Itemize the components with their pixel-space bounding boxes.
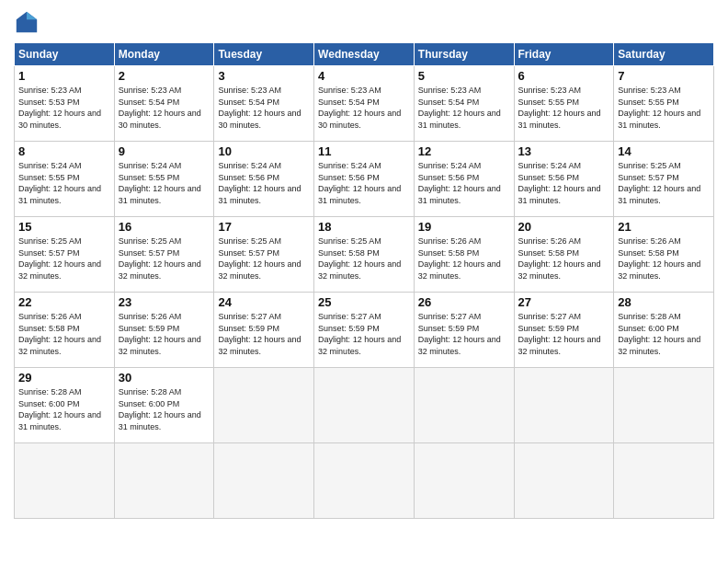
calendar-cell: 20 Sunrise: 5:26 AM Sunset: 5:58 PM Dayl… <box>514 217 614 293</box>
day-info: Sunrise: 5:27 AM Sunset: 5:59 PM Dayligh… <box>218 311 310 357</box>
day-number: 12 <box>418 144 510 158</box>
calendar-cell <box>114 443 214 519</box>
day-number: 19 <box>418 220 510 234</box>
calendar-cell <box>314 368 415 443</box>
calendar-cell: 15 Sunrise: 5:25 AM Sunset: 5:57 PM Dayl… <box>15 217 115 293</box>
day-info: Sunrise: 5:26 AM Sunset: 5:58 PM Dayligh… <box>18 311 110 357</box>
day-info: Sunrise: 5:24 AM Sunset: 5:56 PM Dayligh… <box>218 160 310 206</box>
day-number: 14 <box>618 144 710 158</box>
day-number: 11 <box>318 144 410 158</box>
header-wednesday: Wednesday <box>314 43 415 66</box>
calendar-cell <box>614 443 714 519</box>
day-number: 30 <box>119 371 210 385</box>
calendar-cell: 16 Sunrise: 5:25 AM Sunset: 5:57 PM Dayl… <box>114 217 214 293</box>
day-number: 15 <box>18 220 110 234</box>
calendar-cell: 18 Sunrise: 5:25 AM Sunset: 5:58 PM Dayl… <box>314 217 415 293</box>
header <box>14 9 714 35</box>
header-monday: Monday <box>114 43 214 66</box>
calendar-cell: 14 Sunrise: 5:25 AM Sunset: 5:57 PM Dayl… <box>614 142 714 217</box>
day-info: Sunrise: 5:26 AM Sunset: 5:58 PM Dayligh… <box>618 236 710 282</box>
day-info: Sunrise: 5:25 AM Sunset: 5:57 PM Dayligh… <box>618 160 710 206</box>
day-info: Sunrise: 5:23 AM Sunset: 5:54 PM Dayligh… <box>119 85 210 131</box>
day-info: Sunrise: 5:28 AM Sunset: 6:00 PM Dayligh… <box>119 386 210 432</box>
weekday-header-row: Sunday Monday Tuesday Wednesday Thursday… <box>15 43 714 66</box>
calendar-cell <box>214 443 314 519</box>
calendar-cell: 25 Sunrise: 5:27 AM Sunset: 5:59 PM Dayl… <box>314 293 415 368</box>
calendar-cell: 19 Sunrise: 5:26 AM Sunset: 5:58 PM Dayl… <box>414 217 514 293</box>
day-info: Sunrise: 5:27 AM Sunset: 5:59 PM Dayligh… <box>418 311 510 357</box>
day-info: Sunrise: 5:24 AM Sunset: 5:55 PM Dayligh… <box>18 160 110 206</box>
day-info: Sunrise: 5:23 AM Sunset: 5:54 PM Dayligh… <box>218 85 310 131</box>
calendar-cell <box>414 368 514 443</box>
calendar-cell: 27 Sunrise: 5:27 AM Sunset: 5:59 PM Dayl… <box>514 293 614 368</box>
calendar-cell: 11 Sunrise: 5:24 AM Sunset: 5:56 PM Dayl… <box>314 142 415 217</box>
calendar-cell: 1 Sunrise: 5:23 AM Sunset: 5:53 PM Dayli… <box>15 66 115 142</box>
calendar-cell: 23 Sunrise: 5:26 AM Sunset: 5:59 PM Dayl… <box>114 293 214 368</box>
day-number: 13 <box>518 144 610 158</box>
day-number: 25 <box>318 295 410 309</box>
day-info: Sunrise: 5:23 AM Sunset: 5:54 PM Dayligh… <box>418 85 510 131</box>
calendar-cell: 21 Sunrise: 5:26 AM Sunset: 5:58 PM Dayl… <box>614 217 714 293</box>
calendar-cell <box>614 368 714 443</box>
day-info: Sunrise: 5:28 AM Sunset: 6:00 PM Dayligh… <box>18 386 110 432</box>
day-number: 7 <box>618 69 710 83</box>
calendar-cell: 26 Sunrise: 5:27 AM Sunset: 5:59 PM Dayl… <box>414 293 514 368</box>
day-number: 8 <box>18 144 110 158</box>
calendar-cell: 7 Sunrise: 5:23 AM Sunset: 5:55 PM Dayli… <box>614 66 714 142</box>
calendar-cell <box>414 443 514 519</box>
calendar-cell: 17 Sunrise: 5:25 AM Sunset: 5:57 PM Dayl… <box>214 217 314 293</box>
day-info: Sunrise: 5:25 AM Sunset: 5:58 PM Dayligh… <box>318 236 410 282</box>
day-info: Sunrise: 5:25 AM Sunset: 5:57 PM Dayligh… <box>119 236 210 282</box>
calendar-cell: 24 Sunrise: 5:27 AM Sunset: 5:59 PM Dayl… <box>214 293 314 368</box>
day-info: Sunrise: 5:26 AM Sunset: 5:59 PM Dayligh… <box>119 311 210 357</box>
calendar-cell: 4 Sunrise: 5:23 AM Sunset: 5:54 PM Dayli… <box>314 66 415 142</box>
calendar-cell: 3 Sunrise: 5:23 AM Sunset: 5:54 PM Dayli… <box>214 66 314 142</box>
calendar-cell <box>15 443 115 519</box>
day-info: Sunrise: 5:24 AM Sunset: 5:55 PM Dayligh… <box>119 160 210 206</box>
calendar-cell: 9 Sunrise: 5:24 AM Sunset: 5:55 PM Dayli… <box>114 142 214 217</box>
day-number: 5 <box>418 69 510 83</box>
calendar-row: 29 Sunrise: 5:28 AM Sunset: 6:00 PM Dayl… <box>15 368 714 443</box>
svg-marker-1 <box>27 12 37 19</box>
day-info: Sunrise: 5:26 AM Sunset: 5:58 PM Dayligh… <box>418 236 510 282</box>
day-number: 6 <box>518 69 610 83</box>
day-info: Sunrise: 5:25 AM Sunset: 5:57 PM Dayligh… <box>218 236 310 282</box>
day-info: Sunrise: 5:24 AM Sunset: 5:56 PM Dayligh… <box>318 160 410 206</box>
calendar-cell <box>514 443 614 519</box>
day-number: 10 <box>218 144 310 158</box>
calendar-cell: 8 Sunrise: 5:24 AM Sunset: 5:55 PM Dayli… <box>15 142 115 217</box>
calendar-cell: 5 Sunrise: 5:23 AM Sunset: 5:54 PM Dayli… <box>414 66 514 142</box>
day-number: 23 <box>119 295 210 309</box>
day-info: Sunrise: 5:23 AM Sunset: 5:55 PM Dayligh… <box>518 85 610 131</box>
calendar-cell: 29 Sunrise: 5:28 AM Sunset: 6:00 PM Dayl… <box>15 368 115 443</box>
calendar-row: 22 Sunrise: 5:26 AM Sunset: 5:58 PM Dayl… <box>15 293 714 368</box>
day-number: 4 <box>318 69 410 83</box>
header-thursday: Thursday <box>414 43 514 66</box>
logo-icon <box>14 9 40 35</box>
calendar-row: 1 Sunrise: 5:23 AM Sunset: 5:53 PM Dayli… <box>15 66 714 142</box>
day-number: 2 <box>119 69 210 83</box>
calendar-row: 15 Sunrise: 5:25 AM Sunset: 5:57 PM Dayl… <box>15 217 714 293</box>
header-tuesday: Tuesday <box>214 43 314 66</box>
calendar-cell: 10 Sunrise: 5:24 AM Sunset: 5:56 PM Dayl… <box>214 142 314 217</box>
calendar-row <box>15 443 714 519</box>
header-sunday: Sunday <box>15 43 115 66</box>
day-info: Sunrise: 5:27 AM Sunset: 5:59 PM Dayligh… <box>318 311 410 357</box>
day-number: 26 <box>418 295 510 309</box>
day-number: 27 <box>518 295 610 309</box>
day-number: 24 <box>218 295 310 309</box>
calendar-cell: 30 Sunrise: 5:28 AM Sunset: 6:00 PM Dayl… <box>114 368 214 443</box>
day-number: 3 <box>218 69 310 83</box>
day-info: Sunrise: 5:23 AM Sunset: 5:55 PM Dayligh… <box>618 85 710 131</box>
day-info: Sunrise: 5:25 AM Sunset: 5:57 PM Dayligh… <box>18 236 110 282</box>
calendar-cell: 28 Sunrise: 5:28 AM Sunset: 6:00 PM Dayl… <box>614 293 714 368</box>
day-number: 20 <box>518 220 610 234</box>
day-info: Sunrise: 5:24 AM Sunset: 5:56 PM Dayligh… <box>418 160 510 206</box>
day-number: 21 <box>618 220 710 234</box>
calendar-cell: 2 Sunrise: 5:23 AM Sunset: 5:54 PM Dayli… <box>114 66 214 142</box>
calendar-cell: 6 Sunrise: 5:23 AM Sunset: 5:55 PM Dayli… <box>514 66 614 142</box>
calendar-cell: 13 Sunrise: 5:24 AM Sunset: 5:56 PM Dayl… <box>514 142 614 217</box>
day-info: Sunrise: 5:28 AM Sunset: 6:00 PM Dayligh… <box>618 311 710 357</box>
day-info: Sunrise: 5:27 AM Sunset: 5:59 PM Dayligh… <box>518 311 610 357</box>
calendar-cell <box>514 368 614 443</box>
